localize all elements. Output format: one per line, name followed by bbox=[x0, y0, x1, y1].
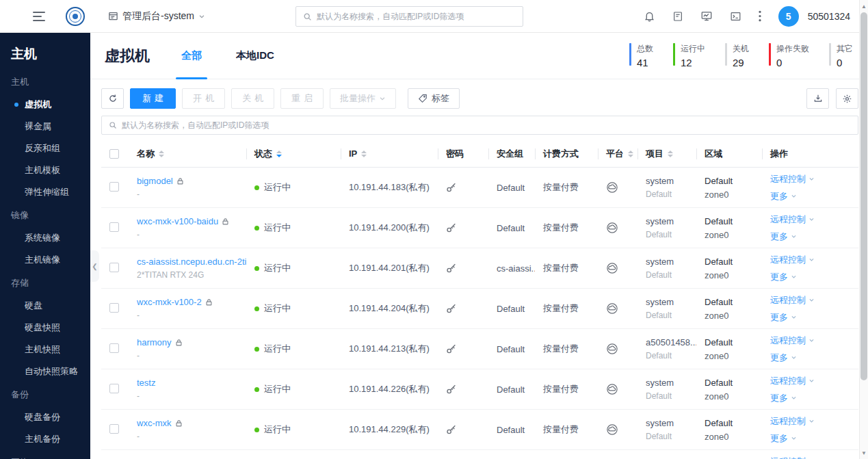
password-key-icon[interactable] bbox=[446, 424, 457, 435]
avatar[interactable]: 5 bbox=[778, 6, 799, 27]
restart-button[interactable]: 重启 bbox=[280, 88, 324, 109]
sidebar-item-裸金属[interactable]: 裸金属 bbox=[0, 116, 90, 137]
vm-name-link[interactable]: cs-aiassist.ncepu.edu.cn-2titan bbox=[137, 257, 246, 267]
password-key-icon[interactable] bbox=[446, 263, 457, 274]
vm-subtitle: - bbox=[137, 230, 246, 239]
billing-method: 按量付费 bbox=[535, 262, 598, 274]
refresh-button[interactable] bbox=[101, 88, 124, 109]
more-link[interactable]: 更多 bbox=[770, 311, 858, 324]
password-key-icon[interactable] bbox=[446, 222, 457, 233]
sort-icon[interactable] bbox=[628, 150, 633, 157]
kebab-menu-icon[interactable] bbox=[759, 10, 761, 22]
vm-name-link[interactable]: bigmodel bbox=[137, 176, 173, 186]
row-checkbox[interactable] bbox=[109, 303, 119, 313]
remote-control-link[interactable]: 远程控制 bbox=[770, 335, 858, 347]
tag-button[interactable]: 标签 bbox=[408, 88, 460, 109]
docs-icon[interactable] bbox=[672, 11, 683, 22]
sidebar-item-主机快照[interactable]: 主机快照 bbox=[0, 339, 90, 360]
password-key-icon[interactable] bbox=[446, 384, 457, 395]
vm-name-link[interactable]: testz bbox=[137, 378, 155, 388]
sidebar-group: 备份 硬盘备份主机备份 bbox=[0, 382, 90, 450]
monitor-icon[interactable] bbox=[700, 10, 713, 22]
vm-name-link[interactable]: harmony bbox=[137, 337, 172, 347]
create-button[interactable]: 新建 bbox=[130, 88, 176, 109]
row-checkbox[interactable] bbox=[109, 222, 119, 232]
vm-name-link[interactable]: wxc-mxk-v100-2 bbox=[137, 297, 202, 307]
col-header-status[interactable]: 状态 bbox=[246, 140, 341, 167]
password-key-icon[interactable] bbox=[446, 182, 457, 193]
username[interactable]: 50501324 bbox=[808, 11, 850, 22]
lock-icon bbox=[175, 339, 183, 347]
zone-name: zone0 bbox=[705, 189, 762, 200]
scroll-up-icon[interactable]: ▲ bbox=[860, 1, 868, 11]
sidebar-item-自动快照策略[interactable]: 自动快照策略 bbox=[0, 360, 90, 382]
remote-control-link[interactable]: 远程控制 bbox=[770, 456, 858, 459]
sidebar-item-硬盘[interactable]: 硬盘 bbox=[0, 295, 90, 317]
col-header-region: 区域 bbox=[696, 140, 762, 167]
column-settings-button[interactable] bbox=[836, 88, 858, 109]
tab-全部[interactable]: 全部 bbox=[181, 33, 202, 79]
remote-control-link[interactable]: 远程控制 bbox=[770, 213, 858, 226]
power-off-button[interactable]: 关机 bbox=[231, 88, 274, 109]
scroll-down-icon[interactable]: ▼ bbox=[860, 448, 868, 458]
col-header-platform[interactable]: 平台 bbox=[598, 140, 637, 167]
sort-icon[interactable] bbox=[276, 150, 282, 157]
power-on-button[interactable]: 开机 bbox=[182, 88, 225, 109]
sidebar-item-系统镜像[interactable]: 系统镜像 bbox=[0, 227, 90, 249]
terminal-icon[interactable] bbox=[730, 11, 741, 22]
more-link[interactable]: 更多 bbox=[770, 352, 858, 364]
export-button[interactable] bbox=[806, 88, 829, 109]
sort-icon[interactable] bbox=[159, 150, 164, 157]
more-link[interactable]: 更多 bbox=[770, 190, 858, 202]
sidebar-item-主机备份[interactable]: 主机备份 bbox=[0, 428, 90, 450]
remote-control-link[interactable]: 远程控制 bbox=[770, 254, 858, 266]
remote-control-link[interactable]: 远程控制 bbox=[770, 294, 858, 306]
row-checkbox[interactable] bbox=[109, 182, 119, 192]
vertical-scrollbar[interactable]: ▲ ▼ bbox=[859, 0, 868, 459]
sidebar-item-硬盘快照[interactable]: 硬盘快照 bbox=[0, 317, 90, 339]
remote-control-link[interactable]: 远程控制 bbox=[770, 415, 858, 428]
stat-value: 0 bbox=[776, 57, 809, 68]
scrollbar-thumb[interactable] bbox=[860, 12, 867, 380]
sidebar-collapse-handle[interactable]: ❮ bbox=[90, 250, 99, 282]
select-all-checkbox[interactable] bbox=[109, 149, 119, 159]
menu-toggle-icon[interactable] bbox=[33, 12, 45, 21]
sidebar-item-虚拟机[interactable]: 虚拟机 bbox=[0, 94, 90, 116]
sidebar-item-硬盘备份[interactable]: 硬盘备份 bbox=[0, 406, 90, 428]
password-key-icon[interactable] bbox=[446, 343, 457, 354]
stat-label: 总数 bbox=[637, 43, 653, 55]
more-link[interactable]: 更多 bbox=[770, 271, 858, 283]
remote-control-link[interactable]: 远程控制 bbox=[770, 173, 858, 185]
batch-actions-button[interactable]: 批量操作 bbox=[330, 88, 396, 109]
notification-bell-icon[interactable] bbox=[644, 10, 655, 22]
vm-subtitle: 2*TITAN RTX 24G bbox=[137, 270, 246, 280]
org-logo bbox=[66, 7, 85, 26]
row-checkbox[interactable] bbox=[109, 263, 119, 272]
sidebar-item-反亲和组[interactable]: 反亲和组 bbox=[0, 137, 90, 159]
password-key-icon[interactable] bbox=[446, 303, 457, 314]
global-search-input[interactable]: 默认为名称搜索，自动匹配IP或ID筛选项 bbox=[295, 6, 523, 27]
sidebar-group-label: 镜像 bbox=[0, 203, 90, 227]
tab-本地IDC[interactable]: 本地IDC bbox=[236, 33, 274, 79]
app-switcher[interactable]: 管理后台-system bbox=[108, 10, 205, 23]
more-link[interactable]: 更多 bbox=[770, 392, 858, 404]
col-header-ip[interactable]: IP bbox=[341, 140, 438, 167]
vm-name-link[interactable]: wxc-mxk-v100-baidu bbox=[137, 216, 218, 226]
col-header-name[interactable]: 名称 bbox=[129, 140, 246, 167]
sidebar-item-弹性伸缩组[interactable]: 弹性伸缩组 bbox=[0, 181, 90, 203]
console-grid-icon bbox=[108, 11, 118, 21]
sidebar-item-主机镜像[interactable]: 主机镜像 bbox=[0, 249, 90, 271]
row-checkbox[interactable] bbox=[109, 424, 119, 434]
row-checkbox[interactable] bbox=[109, 343, 119, 353]
vm-name-link[interactable]: wxc-mxk bbox=[137, 418, 172, 428]
region-name: Default bbox=[705, 297, 762, 307]
sidebar-item-主机模板[interactable]: 主机模板 bbox=[0, 159, 90, 181]
sort-icon[interactable] bbox=[668, 150, 673, 157]
list-filter-input[interactable]: 默认为名称搜索，自动匹配IP或ID筛选项 bbox=[101, 116, 858, 135]
remote-control-link[interactable]: 远程控制 bbox=[770, 375, 858, 387]
col-header-project[interactable]: 项目 bbox=[637, 140, 696, 167]
more-link[interactable]: 更多 bbox=[770, 231, 858, 243]
sort-icon[interactable] bbox=[361, 150, 367, 157]
more-link[interactable]: 更多 bbox=[770, 432, 858, 445]
row-checkbox[interactable] bbox=[109, 384, 119, 393]
